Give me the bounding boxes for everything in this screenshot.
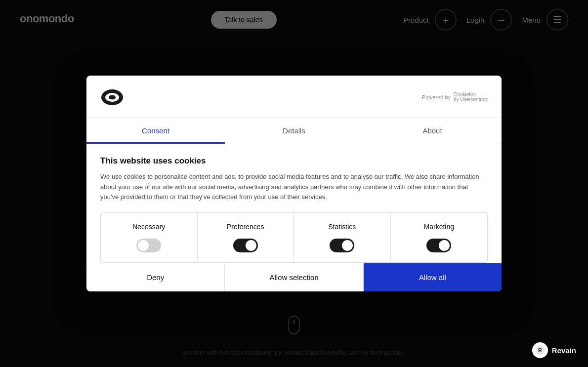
- marketing-toggle-knob: [439, 240, 450, 251]
- powered-by: Powered by Cookiebot by Usercentrics: [422, 92, 488, 102]
- category-necessary: Necessary: [101, 213, 198, 262]
- category-marketing: Marketing: [391, 213, 488, 262]
- svg-text:R: R: [538, 347, 542, 353]
- deny-button[interactable]: Deny: [86, 263, 225, 291]
- category-marketing-label: Marketing: [424, 223, 454, 231]
- statistics-toggle[interactable]: [330, 239, 354, 252]
- tab-about[interactable]: About: [363, 118, 502, 144]
- svg-point-5: [109, 95, 116, 99]
- cookie-dialog: Powered by Cookiebot by Usercentrics Con…: [86, 76, 502, 291]
- necessary-toggle[interactable]: [136, 239, 161, 252]
- preferences-toggle[interactable]: [233, 239, 258, 252]
- cookiebot-brand: Cookiebot by Usercentrics: [454, 92, 488, 102]
- allow-all-button[interactable]: Allow all: [364, 263, 502, 291]
- tab-details[interactable]: Details: [225, 118, 363, 144]
- category-preferences: Preferences: [198, 213, 294, 262]
- cookiebot-logo: Cookiebot by Usercentrics: [454, 92, 488, 102]
- revain-text: Revain: [552, 346, 576, 355]
- dialog-header: Powered by Cookiebot by Usercentrics: [86, 76, 502, 118]
- category-necessary-label: Necessary: [132, 223, 165, 231]
- allow-selection-button[interactable]: Allow selection: [225, 263, 363, 291]
- tab-consent[interactable]: Consent: [86, 118, 225, 144]
- necessary-toggle-knob: [138, 240, 149, 251]
- category-preferences-label: Preferences: [227, 223, 264, 231]
- statistics-toggle-knob: [342, 240, 353, 251]
- cookie-overlay: Powered by Cookiebot by Usercentrics Con…: [0, 0, 588, 367]
- cookie-tabs: Consent Details About: [86, 118, 502, 144]
- dialog-logo: [100, 85, 124, 109]
- cookie-categories: Necessary Preferences Statistics: [100, 212, 488, 263]
- powered-by-text: Powered by: [422, 94, 451, 100]
- revain-badge[interactable]: R Revain: [532, 342, 576, 358]
- dialog-actions: Deny Allow selection Allow all: [86, 263, 502, 291]
- dialog-title: This website uses cookies: [100, 156, 488, 166]
- preferences-toggle-knob: [246, 240, 256, 251]
- dialog-body-text: We use cookies to personalise content an…: [100, 172, 488, 203]
- revain-icon: R: [532, 342, 548, 358]
- category-statistics-label: Statistics: [328, 223, 356, 231]
- marketing-toggle[interactable]: [426, 239, 451, 252]
- category-statistics: Statistics: [294, 213, 391, 262]
- dialog-body: This website uses cookies We use cookies…: [86, 144, 502, 263]
